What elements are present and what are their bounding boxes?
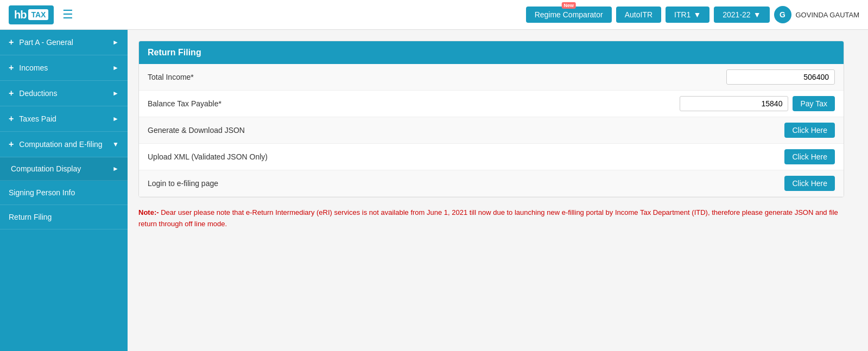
sidebar-item-part-a-general[interactable]: + Part A - General ► xyxy=(0,30,128,55)
sidebar-label-return-filing: Return Filing xyxy=(9,213,52,221)
sidebar-item-computation-e-filing[interactable]: + Computation and E-filing ▼ xyxy=(0,132,128,157)
generate-download-json-label: Generate & Download JSON xyxy=(148,126,784,135)
note-text: Dear user please note that e-Return Inte… xyxy=(138,208,838,228)
balance-tax-payable-input[interactable] xyxy=(680,96,788,111)
user-avatar: G xyxy=(774,6,791,23)
plus-icon: + xyxy=(9,37,14,47)
chevron-right-icon: ► xyxy=(112,64,119,72)
chevron-right-icon: ► xyxy=(112,90,119,97)
balance-tax-payable-label: Balance Tax Payable* xyxy=(148,99,680,108)
pay-tax-button[interactable]: Pay Tax xyxy=(793,96,835,111)
regime-comparator-wrapper: New Regime Comparator xyxy=(526,7,612,23)
new-badge: New xyxy=(561,2,576,9)
itr1-dropdown[interactable]: ITR1 ▼ xyxy=(666,7,709,23)
sidebar-label-computation-display: Computation Display xyxy=(11,164,81,173)
app-header: hb TAX ☰ New Regime Comparator AutoITR I… xyxy=(0,0,868,30)
logo: hb TAX xyxy=(9,5,54,24)
card-body: Total Income* Balance Tax Payable* Pay T… xyxy=(139,64,844,197)
total-income-row: Total Income* xyxy=(139,64,844,91)
sidebar-item-return-filing[interactable]: Return Filing xyxy=(0,205,128,229)
sidebar-label-signing-person-info: Signing Person Info xyxy=(9,188,75,197)
sidebar-label-computation-e-filing: Computation and E-filing xyxy=(19,140,102,149)
sidebar-item-incomes[interactable]: + Incomes ► xyxy=(0,55,128,81)
note-label: Note:- xyxy=(138,208,159,216)
return-filing-card: Return Filing Total Income* Balance Tax … xyxy=(138,41,844,197)
user-name: GOVINDA GAUTAM xyxy=(796,11,860,19)
sidebar-label-part-a-general: Part A - General xyxy=(19,38,73,47)
sidebar-item-taxes-paid[interactable]: + Taxes Paid ► xyxy=(0,106,128,132)
regime-comparator-button[interactable]: Regime Comparator xyxy=(526,7,612,23)
main-content: Return Filing Total Income* Balance Tax … xyxy=(128,30,868,351)
logo-hb: hb xyxy=(14,9,26,21)
autoitr-button[interactable]: AutoITR xyxy=(616,7,661,23)
plus-icon: + xyxy=(9,139,14,149)
hamburger-menu[interactable]: ☰ xyxy=(62,8,73,22)
total-income-input[interactable] xyxy=(726,69,835,85)
total-income-label: Total Income* xyxy=(148,73,726,81)
login-efiling-label: Login to e-filing page xyxy=(148,179,784,188)
year-dropdown[interactable]: 2021-22 ▼ xyxy=(714,7,769,23)
chevron-right-icon: ► xyxy=(112,115,119,123)
sidebar-label-incomes: Incomes xyxy=(19,63,48,72)
plus-icon: + xyxy=(9,114,14,124)
plus-icon: + xyxy=(9,63,14,73)
upload-xml-button[interactable]: Click Here xyxy=(784,149,835,164)
note-section: Note:- Dear user please note that e-Retu… xyxy=(138,207,844,230)
upload-xml-label: Upload XML (Validated JSON Only) xyxy=(148,152,784,161)
login-efiling-row: Login to e-filing page Click Here xyxy=(139,170,844,197)
logo-tax: TAX xyxy=(28,9,48,20)
plus-icon: + xyxy=(9,88,14,98)
sidebar-item-deductions[interactable]: + Deductions ► xyxy=(0,81,128,106)
sidebar: + Part A - General ► + Incomes ► + Deduc… xyxy=(0,30,128,351)
upload-xml-row: Upload XML (Validated JSON Only) Click H… xyxy=(139,144,844,170)
sidebar-label-deductions: Deductions xyxy=(19,89,57,98)
chevron-down-icon: ▼ xyxy=(112,141,119,148)
chevron-right-icon: ► xyxy=(112,165,119,173)
sidebar-label-taxes-paid: Taxes Paid xyxy=(19,114,56,123)
balance-tax-payable-row: Balance Tax Payable* Pay Tax xyxy=(139,91,844,117)
generate-download-json-row: Generate & Download JSON Click Here xyxy=(139,117,844,144)
card-title: Return Filing xyxy=(139,41,844,64)
generate-json-button[interactable]: Click Here xyxy=(784,123,835,138)
sidebar-item-signing-person-info[interactable]: Signing Person Info xyxy=(0,181,128,205)
main-layout: + Part A - General ► + Incomes ► + Deduc… xyxy=(0,30,868,351)
sidebar-item-computation-display[interactable]: Computation Display ► xyxy=(0,157,128,181)
header-actions: New Regime Comparator AutoITR ITR1 ▼ 202… xyxy=(526,6,859,23)
chevron-right-icon: ► xyxy=(112,39,119,46)
login-efiling-button[interactable]: Click Here xyxy=(784,176,835,191)
